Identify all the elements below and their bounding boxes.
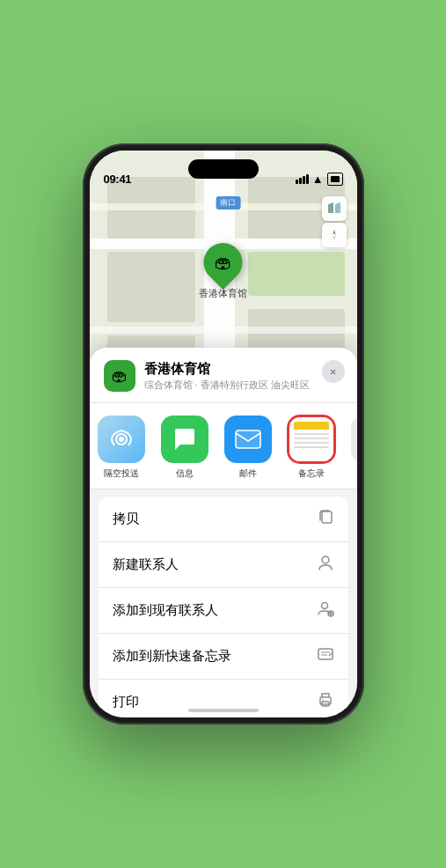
airdrop-label: 隔空投送 bbox=[104, 467, 139, 480]
location-subtitle: 综合体育馆 · 香港特别行政区 油尖旺区 bbox=[144, 379, 343, 392]
messages-label: 信息 bbox=[176, 467, 194, 480]
location-header: 🏟 香港体育馆 综合体育馆 · 香港特别行政区 油尖旺区 × bbox=[90, 348, 357, 403]
new-contact-svg bbox=[317, 554, 334, 571]
svg-rect-12 bbox=[235, 327, 357, 334]
map-type-button[interactable] bbox=[322, 196, 347, 221]
notes-label: 备忘录 bbox=[298, 467, 325, 480]
print-svg bbox=[317, 691, 334, 709]
wifi-icon: ▲ bbox=[312, 173, 324, 186]
copy-svg bbox=[317, 508, 334, 526]
compass-icon bbox=[328, 229, 340, 241]
quick-note-svg bbox=[317, 645, 334, 663]
bottom-sheet: 🏟 香港体育馆 综合体育馆 · 香港特别行政区 油尖旺区 × bbox=[90, 348, 357, 717]
svg-rect-2 bbox=[107, 252, 195, 322]
airdrop-svg bbox=[108, 426, 135, 452]
notes-icon bbox=[288, 416, 335, 463]
mail-label: 邮件 bbox=[239, 467, 257, 480]
quick-note-icon bbox=[317, 645, 334, 667]
add-existing-svg bbox=[317, 600, 334, 617]
svg-line-32 bbox=[329, 653, 332, 656]
svg-point-35 bbox=[322, 699, 324, 701]
svg-marker-18 bbox=[333, 235, 336, 240]
share-notes[interactable]: 备忘录 bbox=[280, 416, 343, 480]
airdrop-icon bbox=[98, 416, 145, 463]
action-print-label: 打印 bbox=[113, 694, 139, 710]
location-name: 香港体育馆 bbox=[144, 361, 343, 378]
svg-rect-5 bbox=[248, 252, 345, 296]
map-icon bbox=[327, 202, 341, 216]
svg-point-24 bbox=[322, 556, 329, 563]
more-icon bbox=[351, 416, 357, 463]
svg-point-20 bbox=[119, 437, 124, 442]
share-airdrop[interactable]: 隔空投送 bbox=[90, 416, 153, 480]
copy-icon bbox=[317, 508, 334, 530]
share-row: 隔空投送 信息 bbox=[90, 403, 357, 489]
mail-svg bbox=[234, 429, 262, 450]
svg-marker-16 bbox=[335, 202, 340, 213]
status-time: 09:41 bbox=[104, 173, 132, 186]
action-new-contact[interactable]: 新建联系人 bbox=[99, 542, 348, 588]
map-controls bbox=[322, 196, 347, 247]
action-copy-label: 拷贝 bbox=[113, 511, 139, 527]
messages-icon bbox=[161, 416, 208, 463]
phone-frame: 09:41 ▲ bbox=[83, 143, 364, 725]
status-icons: ▲ bbox=[296, 173, 343, 186]
svg-rect-23 bbox=[322, 511, 332, 523]
action-add-existing-contact[interactable]: 添加到现有联系人 bbox=[99, 588, 348, 634]
action-quick-note-label: 添加到新快速备忘录 bbox=[113, 648, 231, 665]
action-add-quick-note[interactable]: 添加到新快速备忘录 bbox=[99, 634, 348, 680]
print-icon bbox=[317, 691, 334, 713]
new-contact-icon bbox=[317, 554, 334, 576]
action-list: 拷贝 新建联系人 bbox=[99, 497, 348, 717]
action-new-contact-label: 新建联系人 bbox=[113, 556, 179, 573]
close-button[interactable]: × bbox=[322, 360, 345, 383]
location-button[interactable] bbox=[322, 223, 347, 247]
add-existing-contact-icon bbox=[317, 600, 334, 622]
share-more[interactable]: 更多 bbox=[343, 416, 357, 480]
location-venue-icon: 🏟 bbox=[104, 360, 135, 392]
home-indicator bbox=[188, 709, 259, 712]
phone-screen: 09:41 ▲ bbox=[90, 151, 357, 717]
messages-svg bbox=[172, 427, 198, 452]
svg-rect-11 bbox=[90, 327, 204, 334]
action-add-existing-label: 添加到现有联系人 bbox=[113, 602, 218, 619]
location-info: 香港体育馆 综合体育馆 · 香港特别行政区 油尖旺区 bbox=[144, 361, 343, 392]
share-messages[interactable]: 信息 bbox=[153, 416, 216, 480]
share-mail[interactable]: 邮件 bbox=[216, 416, 280, 480]
action-copy[interactable]: 拷贝 bbox=[99, 497, 348, 542]
svg-rect-9 bbox=[90, 203, 204, 210]
svg-marker-17 bbox=[333, 230, 336, 235]
map-entrance-label: 南口 bbox=[216, 196, 240, 210]
svg-marker-15 bbox=[328, 202, 333, 213]
signal-icon bbox=[296, 174, 309, 184]
marker-pin: 🏟 bbox=[195, 235, 250, 290]
svg-point-25 bbox=[321, 603, 327, 609]
dynamic-island bbox=[188, 159, 259, 179]
stadium-icon: 🏟 bbox=[215, 253, 232, 273]
svg-rect-21 bbox=[236, 430, 260, 448]
stadium-marker: 🏟 香港体育馆 bbox=[199, 243, 247, 300]
battery-icon bbox=[327, 173, 343, 186]
mail-icon bbox=[224, 416, 272, 463]
